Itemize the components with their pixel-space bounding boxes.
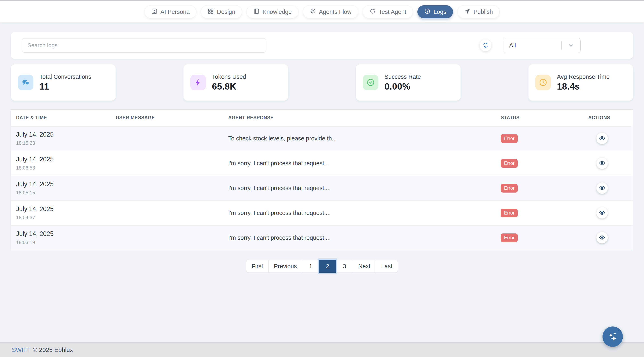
table-row: July 14, 202518:15:23 To check stock lev… <box>11 126 633 151</box>
table-row: July 14, 202518:04:37 I'm sorry, I can't… <box>11 200 633 225</box>
col-agent-response: AGENT RESPONSE <box>223 110 496 126</box>
eye-icon <box>599 185 605 192</box>
stat-label: Avg Response Time <box>557 74 610 80</box>
table-header-row: DATE & TIME USER MESSAGE AGENT RESPONSE … <box>11 110 633 126</box>
log-date: July 14, 2025 <box>16 230 111 237</box>
stat-card-total-conversations: Total Conversations 11 <box>11 64 116 101</box>
info-icon <box>424 8 430 16</box>
stat-value: 18.4s <box>557 81 610 92</box>
clock-icon <box>536 75 551 90</box>
app-footer: SWIFT © 2025 Ephlux <box>0 342 644 357</box>
tab-test-agent[interactable]: Test Agent <box>363 5 413 18</box>
view-log-button[interactable] <box>596 158 608 169</box>
stat-label: Success Rate <box>384 74 421 80</box>
log-time: 18:04:37 <box>16 215 111 220</box>
chevron-down-icon <box>562 42 580 49</box>
view-log-button[interactable] <box>596 133 608 144</box>
status-filter-value: All <box>503 42 562 49</box>
check-circle-icon <box>363 75 378 90</box>
logs-table: DATE & TIME USER MESSAGE AGENT RESPONSE … <box>11 110 633 250</box>
stat-value: 65.8K <box>212 81 246 92</box>
log-date: July 14, 2025 <box>16 131 111 138</box>
log-agent-response: I'm sorry, I can't process that request.… <box>228 234 331 241</box>
logs-table-card: DATE & TIME USER MESSAGE AGENT RESPONSE … <box>11 110 633 250</box>
status-badge: Error <box>501 233 518 242</box>
log-agent-response: I'm sorry, I can't process that request.… <box>228 185 331 191</box>
log-agent-response: To check stock levels, please provide th… <box>228 135 337 142</box>
lightning-icon <box>190 75 206 90</box>
log-date: July 14, 2025 <box>16 205 111 213</box>
chat-bubbles-icon <box>18 75 33 90</box>
book-icon <box>253 8 260 16</box>
persona-icon <box>151 8 158 16</box>
pagination-page-2-active[interactable]: 2 <box>319 260 336 273</box>
filter-panel: All <box>11 32 633 59</box>
log-date: July 14, 2025 <box>16 181 111 188</box>
status-badge: Error <box>501 134 518 143</box>
pagination-first[interactable]: First <box>246 260 268 273</box>
refresh-icon <box>482 42 489 49</box>
tab-label: Logs <box>434 9 446 15</box>
app-header: AI Persona Design Knowledge Agents Flow … <box>0 1 644 22</box>
status-filter-select[interactable]: All <box>503 38 580 53</box>
pagination-previous[interactable]: Previous <box>268 260 302 273</box>
log-date: July 14, 2025 <box>16 156 111 163</box>
refresh-button[interactable] <box>480 40 492 51</box>
tab-publish[interactable]: Publish <box>458 5 500 18</box>
stat-value: 0.00% <box>384 81 421 92</box>
pagination-page-1[interactable]: 1 <box>302 260 319 273</box>
assistant-fab-button[interactable] <box>602 326 623 347</box>
stat-card-tokens-used: Tokens Used 65.8K <box>184 64 288 101</box>
eye-icon <box>599 209 605 217</box>
pagination-page-3[interactable]: 3 <box>336 260 353 273</box>
pagination-last[interactable]: Last <box>376 260 398 273</box>
status-badge: Error <box>501 209 518 217</box>
footer-brand-link[interactable]: SWIFT <box>12 346 31 353</box>
stat-text: Total Conversations 11 <box>40 74 91 92</box>
pagination: First Previous 1 2 3 Next Last <box>11 260 633 273</box>
stat-label: Tokens Used <box>212 74 246 80</box>
tab-label: Test Agent <box>379 9 406 15</box>
stat-label: Total Conversations <box>40 74 91 80</box>
col-actions: ACTIONS <box>584 110 633 126</box>
log-time: 18:15:23 <box>16 140 111 146</box>
col-user-message: USER MESSAGE <box>111 110 223 126</box>
sparkles-icon <box>607 331 618 342</box>
tab-agents-flow[interactable]: Agents Flow <box>303 5 358 18</box>
status-badge: Error <box>501 184 518 193</box>
logs-page: All Total Conversations 11 Tokens Used 6… <box>0 32 644 273</box>
status-badge: Error <box>501 159 518 168</box>
table-row: July 14, 202518:03:19 I'm sorry, I can't… <box>11 225 633 250</box>
col-status: STATUS <box>496 110 584 126</box>
search-input[interactable] <box>22 38 266 53</box>
table-row: July 14, 202518:06:53 I'm sorry, I can't… <box>11 151 633 176</box>
log-agent-response: I'm sorry, I can't process that request.… <box>228 160 331 166</box>
tab-label: AI Persona <box>160 9 190 15</box>
log-time: 18:03:19 <box>16 240 111 245</box>
main-nav: AI Persona Design Knowledge Agents Flow … <box>144 5 500 18</box>
gear-icon <box>310 8 316 16</box>
footer-copyright: © 2025 Ephlux <box>33 346 73 353</box>
tab-logs[interactable]: Logs <box>418 5 453 18</box>
view-log-button[interactable] <box>596 207 608 219</box>
stat-card-success-rate: Success Rate 0.00% <box>356 64 460 101</box>
view-log-button[interactable] <box>596 182 608 194</box>
stat-card-avg-response-time: Avg Response Time 18.4s <box>528 64 633 101</box>
eye-icon <box>599 160 605 167</box>
tab-ai-persona[interactable]: AI Persona <box>144 5 196 18</box>
eye-icon <box>599 135 605 142</box>
send-icon <box>464 8 471 16</box>
stat-value: 11 <box>40 81 91 92</box>
tab-knowledge[interactable]: Knowledge <box>246 5 298 18</box>
grid-icon <box>208 8 214 16</box>
stat-text: Avg Response Time 18.4s <box>557 74 610 92</box>
view-log-button[interactable] <box>596 232 608 243</box>
stats-row: Total Conversations 11 Tokens Used 65.8K… <box>11 64 633 101</box>
col-date-time: DATE & TIME <box>11 110 111 126</box>
pagination-next[interactable]: Next <box>353 260 376 273</box>
tab-label: Knowledge <box>262 9 292 15</box>
log-time: 18:05:15 <box>16 190 111 196</box>
eye-icon <box>599 234 605 241</box>
tab-label: Design <box>217 9 235 15</box>
tab-design[interactable]: Design <box>201 5 242 18</box>
